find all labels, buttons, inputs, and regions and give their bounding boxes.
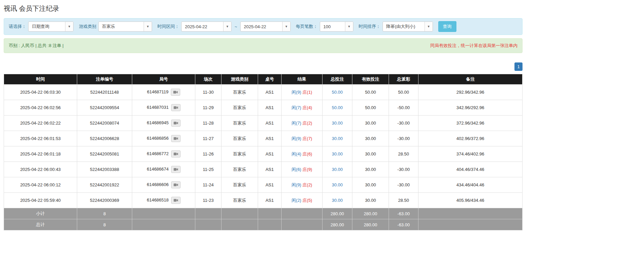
cell-result: 闲(6) 庄(9) — [282, 162, 323, 177]
summary-total-bet: 280.00 — [323, 219, 352, 230]
video-replay-button[interactable] — [171, 197, 181, 204]
game-type-arrow-button[interactable]: ▼ — [144, 22, 152, 31]
date-to-arrow-button[interactable]: ▼ — [282, 22, 290, 31]
summary-valid-bet: 280.00 — [352, 219, 389, 230]
video-camera-icon — [173, 90, 178, 94]
cell-time: 2025-04-22 06:00:43 — [4, 162, 77, 177]
range-separator: ~ — [235, 24, 237, 29]
summary-remark — [418, 208, 523, 219]
video-camera-icon — [174, 121, 178, 125]
video-replay-button[interactable] — [171, 89, 180, 96]
cell-session: 11-26 — [195, 146, 221, 162]
table-row: 2025-04-22 06:02:56522442009554614687031… — [4, 100, 523, 116]
cell-result: 闲(7) 庄(2) — [282, 116, 323, 131]
cell-valid-bet: 30.00 — [352, 193, 389, 208]
page-size-combobox[interactable]: 100 ▼ — [320, 21, 353, 32]
cell-total-bet: 50.00 — [323, 100, 352, 116]
total-bet-link[interactable]: 30.00 — [332, 182, 343, 187]
result-player: 闲(7) — [292, 121, 301, 126]
search-button[interactable]: 查询 — [438, 21, 456, 32]
table-row: 2025-04-22 06:01:53522442006628614686856… — [4, 131, 523, 146]
video-replay-button[interactable] — [171, 181, 181, 188]
cell-result: 闲(9) 庄(2) — [282, 177, 323, 193]
caret-down-icon: ▼ — [427, 25, 430, 28]
time-sort-arrow-button[interactable]: ▼ — [425, 22, 433, 31]
select-type-value: 日期查询 — [29, 22, 65, 31]
page-size-arrow-button[interactable]: ▼ — [345, 22, 353, 31]
select-type-combobox[interactable]: 日期查询 ▼ — [28, 21, 73, 32]
cell-time: 2025-04-22 06:01:53 — [4, 131, 77, 146]
select-type-arrow-button[interactable]: ▼ — [65, 22, 73, 31]
result-banker: 庄(7) — [302, 136, 312, 141]
time-range-label: 时间区间： — [157, 24, 179, 30]
time-sort-combobox[interactable]: 降幂(由大到小) ▼ — [383, 21, 433, 32]
page-title: 视讯 会员下注纪录 — [4, 4, 523, 13]
table-row: 2025-04-22 05:59:40522442000369614686518… — [4, 193, 523, 208]
date-to-combobox[interactable]: 2025-04-22 ▼ — [240, 21, 291, 32]
total-bet-link[interactable]: 30.00 — [332, 198, 343, 203]
video-camera-icon — [174, 106, 178, 109]
cell-game-type: 百家乐 — [221, 193, 258, 208]
total-bet-link[interactable]: 30.00 — [332, 167, 343, 172]
table-header-row: 时间注单编号局号场次游戏类别桌号结果总投注有效投注总派彩备注 — [4, 74, 523, 85]
cell-result: 闲(4) 庄(6) — [282, 146, 323, 162]
round-id-text: 614686674 — [147, 167, 168, 172]
summary-total-bet: 280.00 — [323, 208, 352, 219]
summary-empty — [282, 219, 323, 230]
round-id-text: 614686772 — [147, 151, 168, 156]
cell-time: 2025-04-22 06:02:22 — [4, 116, 77, 131]
cell-valid-bet: 50.00 — [352, 100, 389, 116]
cell-valid-bet: 30.00 — [352, 146, 389, 162]
total-bet-link[interactable]: 50.00 — [332, 90, 343, 95]
cell-bet-id: 522442005081 — [77, 146, 132, 162]
result-banker: 庄(6) — [302, 151, 312, 156]
cell-payout: -30.00 — [389, 177, 418, 193]
total-bet-link[interactable]: 50.00 — [332, 105, 343, 110]
result-player: 闲(9) — [292, 182, 301, 187]
cell-session: 11-30 — [195, 85, 221, 100]
date-from-combobox[interactable]: 2025-04-22 ▼ — [181, 21, 232, 32]
total-bet-link[interactable]: 30.00 — [332, 151, 343, 156]
video-replay-button[interactable] — [171, 104, 181, 111]
cell-valid-bet: 30.00 — [352, 177, 389, 193]
total-bet-link[interactable]: 30.00 — [332, 136, 343, 141]
summary-right-note: 同局有效投注，统一计算在该局第一张注单内 — [430, 43, 517, 49]
summary-left-text: 币别 : 人民币 | 总共 :8 注单 | — [9, 43, 64, 49]
video-replay-button[interactable] — [171, 150, 181, 157]
result-banker: 庄(4) — [302, 105, 312, 110]
page-button[interactable]: 1 — [514, 62, 523, 71]
page-size-value: 100 — [320, 22, 345, 31]
round-id-text: 614686518 — [147, 197, 168, 202]
result-player: 闲(9) — [292, 136, 301, 141]
date-from-value: 2025-04-22 — [182, 22, 223, 31]
video-replay-button[interactable] — [171, 135, 181, 142]
game-type-combobox[interactable]: 百家乐 ▼ — [98, 21, 152, 32]
video-replay-button[interactable] — [171, 166, 181, 173]
cell-payout: 28.50 — [389, 193, 418, 208]
cell-result: 闲(9) 庄(1) — [282, 85, 323, 100]
table-foot: 小计8280.00280.00-63.00总计8280.00280.00-63.… — [4, 208, 523, 230]
summary-remark — [418, 219, 523, 230]
date-from-arrow-button[interactable]: ▼ — [223, 22, 231, 31]
cell-result: 闲(7) 庄(4) — [282, 100, 323, 116]
cell-payout: 50.00 — [389, 85, 418, 100]
summary-label: 小计 — [4, 208, 77, 219]
cell-game-type: 百家乐 — [221, 100, 258, 116]
result-banker: 庄(9) — [302, 167, 312, 172]
column-header: 场次 — [195, 74, 221, 85]
video-camera-icon — [174, 183, 178, 187]
page: 视讯 会员下注纪录 请选择： 日期查询 ▼ 游戏类别 百家乐 ▼ 时间区间： 2… — [0, 4, 526, 230]
caret-down-icon: ▼ — [226, 25, 229, 28]
round-id-text: 614686606 — [147, 182, 168, 187]
total-bet-link[interactable]: 30.00 — [332, 121, 343, 126]
video-replay-button[interactable] — [171, 120, 181, 127]
result-player: 闲(7) — [292, 105, 301, 110]
game-type-value: 百家乐 — [99, 22, 144, 31]
pagination: 1 — [4, 62, 523, 71]
summary-empty — [132, 208, 195, 219]
game-type-label: 游戏类别 — [79, 24, 96, 30]
column-header: 桌号 — [258, 74, 282, 85]
summary-empty — [221, 208, 258, 219]
cell-remark: 372.96/342.96 — [418, 116, 523, 131]
cell-bet-id: 522442006628 — [77, 131, 132, 146]
